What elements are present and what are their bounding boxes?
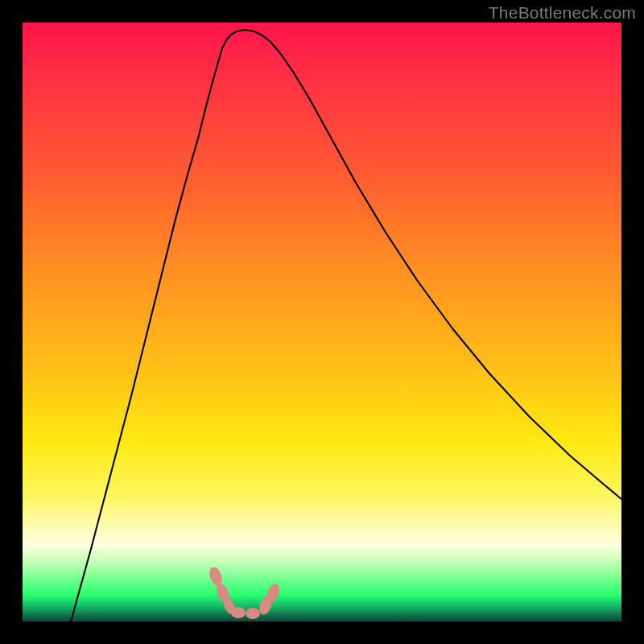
curve-markers (207, 565, 282, 619)
bottleneck-curve (71, 30, 621, 621)
curve-layer (23, 23, 621, 621)
curve-marker (207, 565, 224, 587)
chart-container: TheBottleneck.com (0, 0, 644, 644)
plot-area (23, 23, 621, 621)
curve-marker (231, 607, 246, 618)
curve-marker (246, 608, 260, 619)
watermark-text: TheBottleneck.com (489, 3, 636, 23)
